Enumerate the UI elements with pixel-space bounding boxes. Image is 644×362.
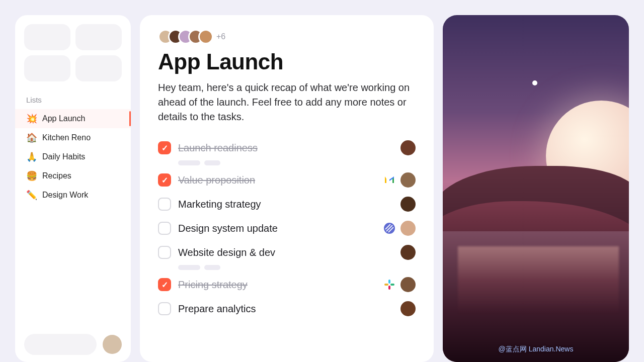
assignee-avatar[interactable] xyxy=(400,172,416,188)
gmail-icon xyxy=(383,174,395,186)
list-item-label: Recipes xyxy=(42,171,71,180)
sidebar-action-pill[interactable] xyxy=(24,334,97,355)
task-subline-skeleton xyxy=(178,160,416,165)
task-row[interactable]: Value proposition xyxy=(158,168,416,192)
task-checkbox[interactable] xyxy=(158,302,171,315)
task-list: Launch readinessValue propositionMarketi… xyxy=(158,136,416,320)
list-item-label: Daily Habits xyxy=(42,152,85,161)
collaborator-avatars[interactable]: +6 xyxy=(158,29,416,44)
sidebar-item-kitchen-reno[interactable]: 🏠Kitchen Reno xyxy=(15,128,131,147)
sidebar-item-design-work[interactable]: ✏️Design Work xyxy=(15,186,131,205)
assignee-avatar[interactable] xyxy=(400,301,416,316)
list-item-emoji: 💥 xyxy=(26,113,36,124)
list-item-emoji: 🏠 xyxy=(26,132,36,143)
task-checkbox[interactable] xyxy=(158,278,171,291)
task-meta xyxy=(383,172,416,188)
task-meta xyxy=(400,197,416,212)
list-item-label: App Launch xyxy=(42,114,85,123)
task-meta xyxy=(400,140,416,155)
list-item-emoji: 🙏 xyxy=(26,151,36,162)
task-meta xyxy=(383,277,416,292)
task-label: Pricing strategy xyxy=(178,279,248,291)
assignee-avatar[interactable] xyxy=(400,277,416,292)
list-item-label: Kitchen Reno xyxy=(42,133,91,142)
tile[interactable] xyxy=(24,55,70,81)
task-row[interactable]: Design system update xyxy=(158,217,416,240)
sidebar-item-daily-habits[interactable]: 🙏Daily Habits xyxy=(15,147,131,166)
sidebar-item-recipes[interactable]: 🍔Recipes xyxy=(15,166,131,186)
task-row[interactable]: Prepare analytics xyxy=(158,297,416,320)
task-meta xyxy=(400,301,416,316)
task-label: Launch readiness xyxy=(178,142,258,154)
tile[interactable] xyxy=(24,24,70,50)
svg-rect-5 xyxy=(384,284,388,286)
cover-image-panel: @蓝点网 Landian.News xyxy=(443,15,629,362)
sidebar-item-app-launch[interactable]: 💥App Launch xyxy=(15,109,131,128)
task-label: Marketing strategy xyxy=(178,199,261,210)
assignee-avatar[interactable] xyxy=(400,197,416,212)
page-title: App Launch xyxy=(158,49,416,74)
current-user-avatar[interactable] xyxy=(103,335,122,354)
svg-rect-4 xyxy=(388,280,390,284)
lists-section-label: Lists xyxy=(15,96,131,104)
assignee-avatar[interactable] xyxy=(400,245,416,260)
task-checkbox[interactable] xyxy=(158,198,171,211)
sidebar: Lists 💥App Launch🏠Kitchen Reno🙏Daily Hab… xyxy=(15,15,131,362)
task-label: Design system update xyxy=(178,223,278,234)
assignee-avatar[interactable] xyxy=(400,140,416,155)
task-checkbox[interactable] xyxy=(158,173,171,187)
image-credit: @蓝点网 Landian.News xyxy=(443,345,629,354)
slack-icon xyxy=(383,279,395,291)
list-items: 💥App Launch🏠Kitchen Reno🙏Daily Habits🍔Re… xyxy=(15,109,131,205)
task-row[interactable]: Marketing strategy xyxy=(158,193,416,216)
collaborators-more-count: +6 xyxy=(216,32,225,41)
task-row[interactable]: Website design & dev xyxy=(158,241,416,264)
tile[interactable] xyxy=(75,55,122,81)
task-label: Website design & dev xyxy=(178,247,275,258)
task-row[interactable]: Launch readiness xyxy=(158,136,416,159)
sidebar-bottom xyxy=(15,334,131,355)
tile[interactable] xyxy=(75,24,122,50)
main-panel: +6 App Launch Hey team, here's a quick r… xyxy=(140,15,434,362)
reflection xyxy=(458,246,619,332)
linear-icon xyxy=(383,222,395,234)
task-checkbox[interactable] xyxy=(158,246,171,259)
sidebar-tiles xyxy=(15,24,131,81)
collaborator-avatar[interactable] xyxy=(198,29,213,44)
task-checkbox[interactable] xyxy=(158,141,171,154)
task-label: Prepare analytics xyxy=(178,303,256,315)
task-meta xyxy=(383,221,416,236)
svg-rect-7 xyxy=(390,284,394,286)
task-row[interactable]: Pricing strategy xyxy=(158,273,416,296)
assignee-avatar[interactable] xyxy=(400,221,416,236)
svg-rect-6 xyxy=(388,286,390,290)
task-checkbox[interactable] xyxy=(158,222,171,235)
task-meta xyxy=(400,245,416,260)
list-item-emoji: ✏️ xyxy=(26,190,36,201)
list-item-label: Design Work xyxy=(42,191,88,200)
task-subline-skeleton xyxy=(178,265,416,270)
page-intro: Hey team, here's a quick recap of what w… xyxy=(158,80,416,124)
task-label: Value proposition xyxy=(178,174,255,186)
list-item-emoji: 🍔 xyxy=(26,170,36,182)
star-dot xyxy=(532,80,537,85)
